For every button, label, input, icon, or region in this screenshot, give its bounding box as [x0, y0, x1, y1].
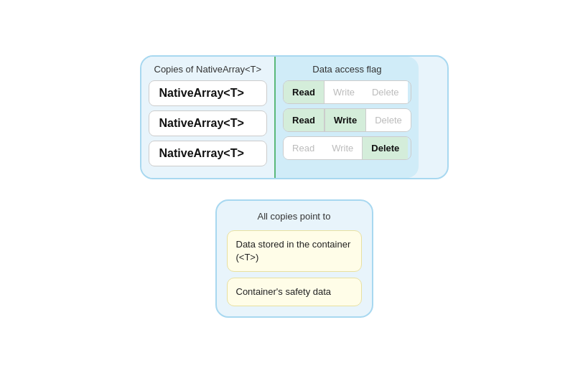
- read-btn-2[interactable]: Read: [284, 137, 323, 159]
- rows-left: NativeArray<T> NativeArray<T> NativeArra…: [141, 80, 275, 178]
- left-section: Copies of NativeArray<T> NativeArray<T> …: [141, 57, 275, 178]
- flag-row-0: Read Write Delete: [283, 80, 411, 104]
- flag-row-2: Read Write Delete: [283, 136, 411, 160]
- delete-btn-0[interactable]: Delete: [363, 81, 408, 103]
- write-btn-1[interactable]: Write: [325, 109, 366, 131]
- left-header: Copies of NativeArray<T>: [141, 57, 275, 80]
- write-btn-2[interactable]: Write: [323, 137, 362, 159]
- top-diagram: Copies of NativeArray<T> NativeArray<T> …: [140, 55, 449, 179]
- rows-right: Read Write Delete Read Write Delete Read…: [276, 80, 419, 171]
- native-row-2: NativeArray<T>: [149, 141, 268, 166]
- write-btn-0[interactable]: Write: [325, 81, 363, 103]
- right-section: Data access flag Read Write Delete Read …: [276, 57, 419, 178]
- delete-btn-2[interactable]: Delete: [362, 137, 408, 159]
- right-header: Data access flag: [276, 57, 419, 80]
- bottom-header: All copies point to: [227, 211, 362, 222]
- delete-btn-1[interactable]: Delete: [366, 109, 411, 131]
- bottom-item-0: Data stored in the container (<T>): [227, 230, 362, 272]
- bottom-item-1: Container's safety data: [227, 278, 362, 306]
- main-container: Copies of NativeArray<T> NativeArray<T> …: [140, 55, 449, 318]
- native-row-0: NativeArray<T>: [149, 80, 268, 106]
- flag-row-1: Read Write Delete: [283, 108, 411, 132]
- native-row-1: NativeArray<T>: [149, 110, 268, 136]
- read-btn-0[interactable]: Read: [284, 81, 325, 103]
- bottom-diagram: All copies point to Data stored in the c…: [215, 199, 373, 318]
- read-btn-1[interactable]: Read: [284, 109, 325, 131]
